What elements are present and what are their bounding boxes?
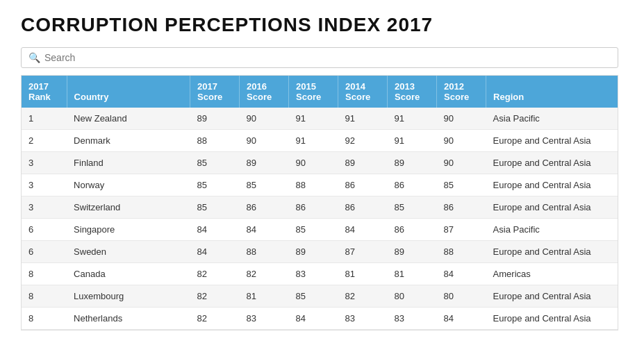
cell-2012: 86	[437, 196, 486, 219]
cell-country: Norway	[67, 174, 190, 196]
th-score-2015: 2015 Score	[289, 76, 338, 108]
cell-2013: 85	[388, 196, 437, 219]
cell-2015: 89	[289, 241, 338, 263]
cell-2014: 82	[338, 285, 388, 308]
cell-country: Denmark	[67, 130, 190, 152]
cell-2013: 89	[388, 241, 437, 263]
cell-2015: 91	[289, 108, 338, 130]
cell-rank: 6	[22, 241, 67, 263]
th-country: Country	[67, 76, 190, 108]
table-row: 8Canada828283818184Americas	[22, 263, 618, 285]
cell-2016: 86	[240, 196, 289, 219]
cell-2017: 85	[190, 196, 240, 219]
cell-rank: 1	[22, 108, 67, 130]
th-score-2012: 2012 Score	[437, 76, 486, 108]
cell-2012: 87	[437, 219, 486, 241]
cell-country: New Zealand	[67, 108, 190, 130]
cell-2014: 89	[338, 152, 388, 174]
cell-rank: 3	[22, 152, 67, 174]
cell-2017: 89	[190, 108, 240, 130]
table-row: 8Luxembourg828185828080Europe and Centra…	[22, 285, 618, 308]
cell-2014: 92	[338, 130, 388, 152]
cell-2012: 90	[437, 152, 486, 174]
cell-2014: 81	[338, 263, 388, 285]
table-row: 8Netherlands828384838384Europe and Centr…	[22, 308, 618, 330]
cell-2012: 80	[437, 285, 486, 308]
cell-2016: 83	[240, 308, 289, 330]
cell-country: Canada	[67, 263, 190, 285]
search-icon: 🔍	[28, 52, 40, 63]
cell-2013: 81	[388, 263, 437, 285]
cell-2014: 86	[338, 196, 388, 219]
cell-region: Asia Pacific	[486, 108, 618, 130]
cell-2014: 84	[338, 219, 388, 241]
cell-region: Europe and Central Asia	[486, 196, 618, 219]
cell-2012: 90	[437, 108, 486, 130]
cell-region: Europe and Central Asia	[486, 130, 618, 152]
cell-rank: 6	[22, 219, 67, 241]
cell-2012: 85	[437, 174, 486, 196]
table-body: 1New Zealand899091919190Asia Pacific2Den…	[22, 108, 618, 330]
cell-2015: 85	[289, 285, 338, 308]
cell-2017: 84	[190, 219, 240, 241]
cell-region: Europe and Central Asia	[486, 285, 618, 308]
cell-2013: 91	[388, 108, 437, 130]
table-row: 6Singapore848485848687Asia Pacific	[22, 219, 618, 241]
th-region: Region	[486, 76, 618, 108]
cell-2014: 83	[338, 308, 388, 330]
search-input[interactable]	[44, 52, 611, 63]
table-row: 1New Zealand899091919190Asia Pacific	[22, 108, 618, 130]
cell-2014: 86	[338, 174, 388, 196]
cell-2012: 88	[437, 241, 486, 263]
cell-2012: 90	[437, 130, 486, 152]
cell-rank: 3	[22, 174, 67, 196]
table-header-row: 2017 Rank Country 2017 Score 2016 Score …	[22, 76, 618, 108]
cell-region: Asia Pacific	[486, 219, 618, 241]
cell-2015: 85	[289, 219, 338, 241]
cell-country: Luxembourg	[67, 285, 190, 308]
cell-2014: 91	[338, 108, 388, 130]
cell-2012: 84	[437, 263, 486, 285]
cell-2017: 88	[190, 130, 240, 152]
cell-rank: 3	[22, 196, 67, 219]
th-score-2013: 2013 Score	[388, 76, 437, 108]
cell-2016: 90	[240, 130, 289, 152]
page-title: CORRUPTION PERCEPTIONS INDEX 2017	[21, 14, 623, 36]
cell-2013: 86	[388, 174, 437, 196]
table-row: 6Sweden848889878988Europe and Central As…	[22, 241, 618, 263]
cell-2016: 88	[240, 241, 289, 263]
cell-country: Switzerland	[67, 196, 190, 219]
th-score-2014: 2014 Score	[338, 76, 388, 108]
cell-country: Singapore	[67, 219, 190, 241]
cell-2013: 91	[388, 130, 437, 152]
cell-2015: 88	[289, 174, 338, 196]
cell-region: Europe and Central Asia	[486, 152, 618, 174]
table-row: 2Denmark889091929190Europe and Central A…	[22, 130, 618, 152]
cell-rank: 2	[22, 130, 67, 152]
cell-2017: 84	[190, 241, 240, 263]
cell-2013: 80	[388, 285, 437, 308]
cell-2016: 89	[240, 152, 289, 174]
cell-region: Europe and Central Asia	[486, 241, 618, 263]
cell-2012: 84	[437, 308, 486, 330]
cell-2016: 90	[240, 108, 289, 130]
cell-2013: 83	[388, 308, 437, 330]
cell-2017: 85	[190, 174, 240, 196]
cell-rank: 8	[22, 308, 67, 330]
table-row: 3Switzerland858686868586Europe and Centr…	[22, 196, 618, 219]
cell-country: Sweden	[67, 241, 190, 263]
search-container: 🔍	[21, 47, 618, 68]
table-row: 3Norway858588868685Europe and Central As…	[22, 174, 618, 196]
th-score-2016: 2016 Score	[240, 76, 289, 108]
cell-2016: 84	[240, 219, 289, 241]
data-table: 2017 Rank Country 2017 Score 2016 Score …	[22, 76, 618, 330]
cell-2015: 91	[289, 130, 338, 152]
cell-2013: 89	[388, 152, 437, 174]
cell-country: Finland	[67, 152, 190, 174]
cell-2015: 83	[289, 263, 338, 285]
cell-2015: 86	[289, 196, 338, 219]
cell-region: Europe and Central Asia	[486, 308, 618, 330]
cell-rank: 8	[22, 263, 67, 285]
cell-2017: 82	[190, 285, 240, 308]
cell-2015: 90	[289, 152, 338, 174]
